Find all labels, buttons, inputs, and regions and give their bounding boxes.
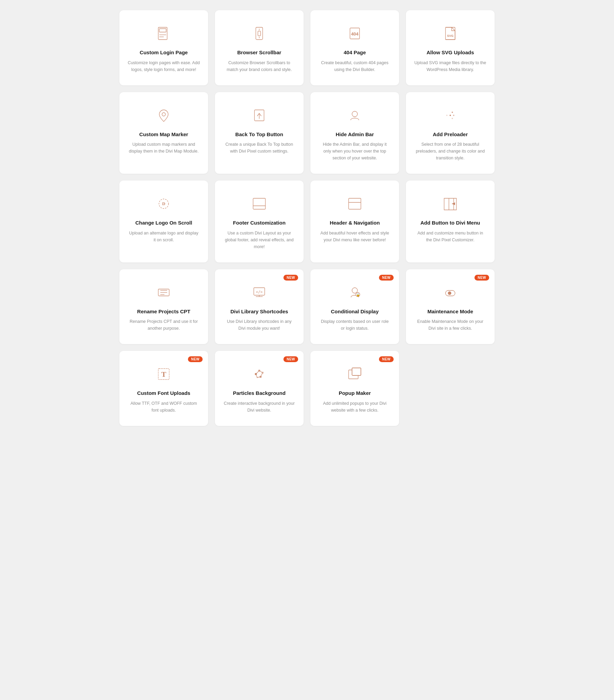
- card-desc-change-logo-on-scroll: Upload an alternate logo and display it …: [128, 230, 200, 243]
- card-icon-custom-login-page: [154, 24, 173, 43]
- card-header-navigation[interactable]: Header & Navigation Add beautiful hover …: [310, 180, 399, 262]
- svg-point-37: [352, 288, 358, 293]
- svg-point-17: [453, 115, 455, 116]
- card-back-to-top-button[interactable]: Back To Top Button Create a unique Back …: [215, 92, 304, 174]
- card-hide-admin-bar[interactable]: Hide Admin Bar Hide the Admin Bar, and d…: [310, 92, 399, 174]
- svg-line-50: [259, 371, 263, 373]
- card-maintenance-mode[interactable]: NEW Maintenance Mode Enable Maintenance …: [406, 269, 495, 345]
- card-desc-custom-login-page: Customize login pages with ease. Add log…: [128, 59, 200, 73]
- card-icon-change-logo-on-scroll: D: [154, 194, 173, 213]
- card-desc-hide-admin-bar: Hide the Admin Bar, and display it only …: [319, 141, 391, 161]
- card-icon-custom-font-uploads: T: [154, 364, 173, 384]
- card-add-preloader[interactable]: Add Preloader Select from one of 28 beau…: [406, 92, 495, 174]
- svg-rect-25: [349, 198, 361, 209]
- card-popup-maker[interactable]: NEW Popup Maker Add unlimited popups to …: [310, 351, 399, 426]
- card-desc-custom-map-marker: Upload custom map markers and display th…: [128, 141, 200, 154]
- card-desc-popup-maker: Add unlimited popups to your Divi websit…: [319, 400, 391, 414]
- card-title-custom-login-page: Custom Login Page: [140, 49, 188, 56]
- card-desc-browser-scrollbar: Customize Browser Scrollbars to match yo…: [223, 59, 295, 73]
- card-change-logo-on-scroll[interactable]: D Change Logo On Scroll Upload an altern…: [119, 180, 208, 262]
- card-conditional-display[interactable]: NEW 🔒 Conditional Display Display conten…: [310, 269, 399, 345]
- card-desc-rename-projects-cpt: Rename Projects CPT and use it for anoth…: [128, 318, 200, 332]
- svg-point-20: [452, 118, 453, 119]
- card-browser-scrollbar[interactable]: Browser Scrollbar Customize Browser Scro…: [215, 10, 304, 85]
- card-particles-background[interactable]: NEW Particles Background Create interact…: [215, 351, 304, 426]
- card-icon-404-page: 404: [345, 24, 364, 43]
- svg-line-49: [256, 371, 259, 374]
- svg-text:404: 404: [351, 32, 358, 37]
- svg-rect-55: [352, 368, 361, 375]
- svg-rect-1: [159, 29, 166, 32]
- card-desc-add-button-divi-menu: Add and customize menu button in the Div…: [414, 230, 486, 243]
- card-icon-hide-admin-bar: [345, 106, 364, 125]
- svg-point-18: [446, 115, 448, 116]
- badge-new: NEW: [188, 356, 203, 362]
- card-icon-add-preloader: [441, 106, 460, 125]
- card-desc-add-preloader: Select from one of 28 beautiful preloade…: [414, 141, 486, 161]
- card-title-back-to-top-button: Back To Top Button: [235, 131, 283, 138]
- card-custom-login-page[interactable]: Custom Login Page Customize login pages …: [119, 10, 208, 85]
- card-icon-browser-scrollbar: [250, 24, 269, 43]
- svg-point-12: [162, 113, 165, 116]
- card-icon-conditional-display: 🔒: [345, 283, 364, 302]
- card-title-custom-font-uploads: Custom Font Uploads: [137, 390, 190, 397]
- card-rename-projects-cpt[interactable]: Rename Projects CPT Rename Projects CPT …: [119, 269, 208, 345]
- card-title-footer-customization: Footer Customization: [233, 220, 285, 226]
- card-icon-custom-map-marker: [154, 106, 173, 125]
- card-desc-footer-customization: Use a custom Divi Layout as your global …: [223, 230, 295, 250]
- card-title-allow-svg-uploads: Allow SVG Uploads: [426, 49, 474, 56]
- card-title-divi-library-shortcodes: Divi Library Shortcodes: [230, 308, 288, 315]
- svg-point-19: [452, 112, 453, 113]
- card-title-rename-projects-cpt: Rename Projects CPT: [137, 308, 190, 315]
- card-desc-404-page: Create beautiful, custom 404 pages using…: [319, 59, 391, 73]
- card-title-add-button-divi-menu: Add Button to Divi Menu: [421, 220, 480, 226]
- feature-grid: Custom Login Page Customize login pages …: [119, 10, 495, 426]
- card-icon-footer-customization: [250, 194, 269, 213]
- card-desc-custom-font-uploads: Allow TTF, OTF and WOFF custom font uplo…: [128, 400, 200, 414]
- card-icon-allow-svg-uploads: SVG: [441, 24, 460, 43]
- card-title-header-navigation: Header & Navigation: [330, 220, 380, 226]
- badge-new: NEW: [474, 275, 489, 280]
- card-custom-map-marker[interactable]: Custom Map Marker Upload custom map mark…: [119, 92, 208, 174]
- card-desc-particles-background: Create interactive background in your Di…: [223, 400, 295, 414]
- card-icon-rename-projects-cpt: [154, 283, 173, 302]
- card-icon-header-navigation: [345, 194, 364, 213]
- card-desc-header-navigation: Add beautiful hover effects and style yo…: [319, 230, 391, 243]
- svg-text:</>: </>: [256, 290, 263, 294]
- svg-point-15: [352, 111, 358, 117]
- card-desc-allow-svg-uploads: Upload SVG image files directly to the W…: [414, 59, 486, 73]
- svg-point-16: [450, 115, 451, 116]
- card-footer-customization[interactable]: Footer Customization Use a custom Divi L…: [215, 180, 304, 262]
- svg-text:🔒: 🔒: [356, 293, 360, 297]
- card-divi-library-shortcodes[interactable]: NEW </> Divi Library Shortcodes Use Divi…: [215, 269, 304, 345]
- card-title-404-page: 404 Page: [344, 49, 366, 56]
- card-icon-add-button-divi-menu: [441, 194, 460, 213]
- card-icon-back-to-top-button: [250, 106, 269, 125]
- badge-new: NEW: [379, 275, 394, 280]
- svg-rect-0: [158, 27, 167, 40]
- svg-text:SVG: SVG: [447, 34, 453, 38]
- svg-point-41: [448, 291, 451, 295]
- svg-rect-23: [253, 198, 265, 209]
- card-404-page[interactable]: 404 404 Page Create beautiful, custom 40…: [310, 10, 399, 85]
- card-icon-particles-background: [250, 364, 269, 384]
- card-icon-maintenance-mode: [441, 283, 460, 302]
- card-add-button-divi-menu[interactable]: Add Button to Divi Menu Add and customiz…: [406, 180, 495, 262]
- card-custom-font-uploads[interactable]: NEW T Custom Font Uploads Allow TTF, OTF…: [119, 351, 208, 426]
- card-title-custom-map-marker: Custom Map Marker: [139, 131, 188, 138]
- card-title-add-preloader: Add Preloader: [433, 131, 468, 138]
- card-title-hide-admin-bar: Hide Admin Bar: [336, 131, 374, 138]
- card-icon-popup-maker: [345, 364, 364, 384]
- card-allow-svg-uploads[interactable]: SVG Allow SVG Uploads Upload SVG image f…: [406, 10, 495, 85]
- badge-new: NEW: [283, 275, 298, 280]
- card-desc-conditional-display: Display contents based on user role or l…: [319, 318, 391, 332]
- badge-new: NEW: [283, 356, 298, 362]
- card-title-change-logo-on-scroll: Change Logo On Scroll: [136, 220, 192, 226]
- svg-line-51: [260, 373, 263, 377]
- card-desc-divi-library-shortcodes: Use Divi Library shortcodes in any Divi …: [223, 318, 295, 332]
- card-desc-back-to-top-button: Create a unique Back To Top button with …: [223, 141, 295, 154]
- card-title-particles-background: Particles Background: [233, 390, 285, 397]
- card-desc-maintenance-mode: Enable Maintenance Mode on your Divi sit…: [414, 318, 486, 332]
- card-title-conditional-display: Conditional Display: [331, 308, 379, 315]
- card-icon-divi-library-shortcodes: </>: [250, 283, 269, 302]
